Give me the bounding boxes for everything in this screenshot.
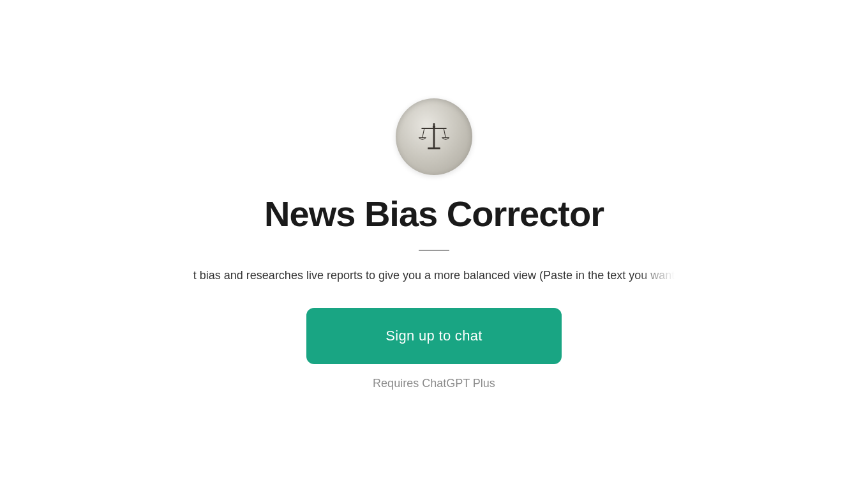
- description-text: t bias and researches live reports to gi…: [193, 269, 675, 282]
- requires-chatgpt-plus-text: Requires ChatGPT Plus: [373, 377, 495, 390]
- divider: [419, 250, 449, 251]
- app-logo: [396, 98, 472, 175]
- signup-button[interactable]: Sign up to chat: [306, 308, 562, 364]
- svg-line-3: [423, 129, 424, 137]
- scales-icon: [412, 114, 456, 159]
- app-title: News Bias Corrector: [264, 193, 604, 234]
- page-container: News Bias Corrector t bias and researche…: [0, 98, 868, 390]
- svg-line-4: [444, 129, 445, 137]
- svg-point-7: [433, 125, 435, 128]
- svg-rect-1: [428, 147, 440, 149]
